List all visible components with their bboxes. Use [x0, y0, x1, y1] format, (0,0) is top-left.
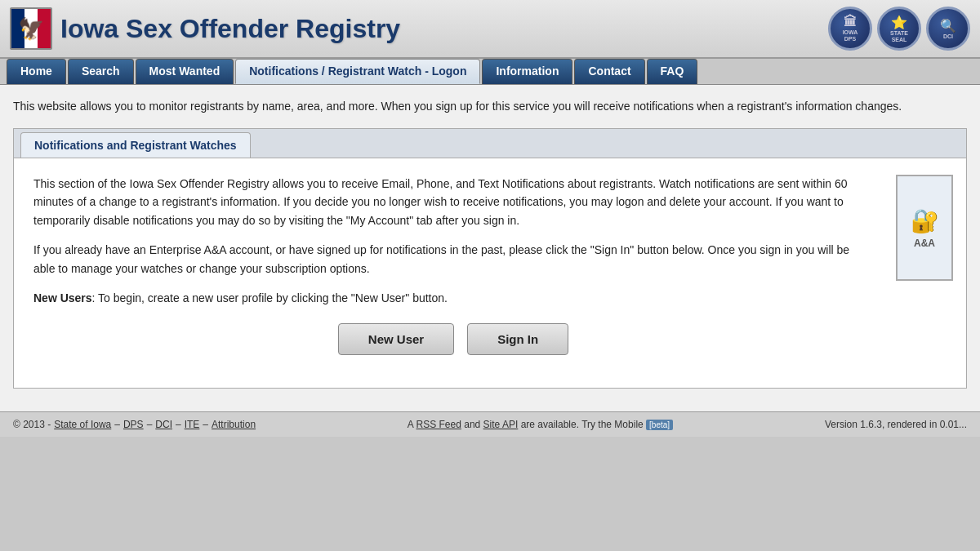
badge-3: 🔍 DCI: [926, 7, 970, 51]
page-header: 🦅 Iowa Sex Offender Registry 🏛 IOWADPS ⭐…: [0, 0, 980, 59]
tab-paragraph-3-suffix: : To begin, create a new user profile by…: [92, 291, 448, 304]
footer-mobile-text: are available. Try the Mobile: [521, 419, 644, 430]
new-user-button[interactable]: New User: [338, 323, 454, 355]
footer-copyright: © 2013 -: [13, 419, 51, 430]
tab-paragraph-3: New Users: To begin, create a new user p…: [33, 289, 873, 307]
footer-rss-link[interactable]: RSS Feed: [416, 419, 461, 430]
footer-and: and: [464, 419, 480, 430]
footer-left: © 2013 - State of Iowa – DPS – DCI – ITE…: [13, 419, 256, 430]
nav-notifications[interactable]: Notifications / Registrant Watch - Logon: [235, 59, 480, 84]
nav-home[interactable]: Home: [7, 59, 66, 84]
nav-contact[interactable]: Contact: [574, 59, 644, 84]
section-body: This section of the Iowa Sex Offender Re…: [33, 175, 873, 355]
footer-right: Version 1.6.3, rendered in 0.01...: [825, 419, 967, 430]
footer-link-iowa[interactable]: State of Iowa: [54, 419, 111, 430]
footer-api-link[interactable]: Site API: [483, 419, 519, 430]
footer-link-dps[interactable]: DPS: [123, 419, 144, 430]
aa-widget[interactable]: 🔐 A&A: [896, 175, 953, 281]
tab-notifications[interactable]: Notifications and Registrant Watches: [20, 132, 251, 158]
page-footer: © 2013 - State of Iowa – DPS – DCI – ITE…: [0, 411, 980, 437]
aa-icon: 🔐: [911, 207, 939, 234]
nav-most-wanted[interactable]: Most Wanted: [136, 59, 234, 84]
main-nav: Home Search Most Wanted Notifications / …: [0, 59, 980, 85]
footer-link-attribution[interactable]: Attribution: [212, 419, 256, 430]
badge-area: 🏛 IOWADPS ⭐ STATESEAL 🔍 DCI: [828, 7, 970, 51]
nav-search[interactable]: Search: [68, 59, 134, 84]
intro-paragraph: This website allows you to monitor regis…: [13, 98, 967, 115]
sign-in-button[interactable]: Sign In: [467, 323, 568, 355]
tab-content-area: 🔐 A&A This section of the Iowa Sex Offen…: [14, 158, 966, 388]
footer-version: Version 1.6.3, rendered in 0.01...: [825, 419, 967, 430]
site-logo-area: 🦅 Iowa Sex Offender Registry: [10, 7, 828, 50]
badge-2: ⭐ STATESEAL: [877, 7, 921, 51]
tab-panel: Notifications and Registrant Watches 🔐 A…: [13, 128, 967, 389]
action-buttons: New User Sign In: [33, 323, 873, 355]
tab-paragraph-2: If you already have an Enterprise A&A ac…: [33, 241, 873, 278]
badge-1: 🏛 IOWADPS: [828, 7, 872, 51]
footer-beta-tag[interactable]: [beta]: [646, 420, 673, 430]
new-users-label: New Users: [33, 291, 92, 304]
tab-paragraph-1: This section of the Iowa Sex Offender Re…: [33, 175, 873, 229]
site-title: Iowa Sex Offender Registry: [60, 14, 400, 44]
footer-a: A: [408, 419, 413, 430]
nav-faq[interactable]: FAQ: [647, 59, 698, 84]
footer-link-dci[interactable]: DCI: [155, 419, 172, 430]
footer-link-ite[interactable]: ITE: [185, 419, 200, 430]
nav-information[interactable]: Information: [482, 59, 572, 84]
iowa-flag-icon: 🦅: [10, 7, 52, 50]
tab-bar: Notifications and Registrant Watches: [14, 129, 966, 158]
main-content: This website allows you to monitor regis…: [0, 85, 980, 411]
footer-center: A RSS Feed and Site API are available. T…: [259, 419, 822, 430]
aa-label: A&A: [914, 238, 935, 249]
